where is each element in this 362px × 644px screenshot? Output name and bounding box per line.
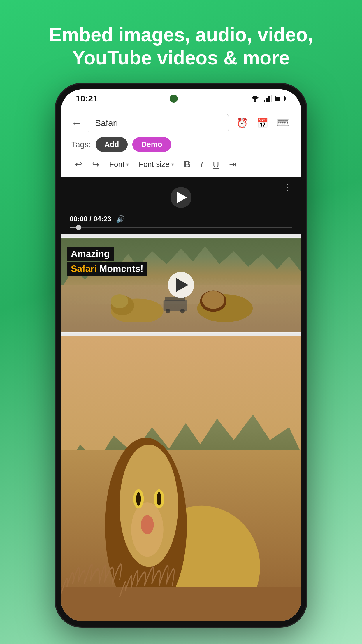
svg-point-24	[136, 492, 141, 506]
lion-main-svg	[61, 336, 301, 621]
svg-rect-1	[264, 100, 265, 102]
play-triangle-icon	[177, 192, 187, 203]
font-size-dropdown[interactable]: Font size ▾	[135, 158, 178, 171]
more-options-button[interactable]: ⋮	[282, 182, 292, 193]
headline: Embed images, audio, video, YouTube vide…	[26, 0, 336, 84]
phone-mockup: 10:21	[56, 84, 306, 626]
add-tag-button[interactable]: Add	[96, 137, 128, 152]
toolbar-row1: ← ⏰ 📅 ⌨	[71, 114, 291, 132]
svg-rect-27	[61, 587, 301, 622]
status-bar: 10:21	[61, 89, 301, 108]
keyboard-icon[interactable]: ⌨	[275, 116, 291, 131]
video-progress-bar[interactable]	[70, 227, 292, 228]
note-title-input[interactable]	[88, 114, 229, 132]
headline-line2: YouTube videos & more	[72, 47, 290, 69]
battery-icon	[275, 95, 287, 102]
italic-button[interactable]: I	[197, 157, 206, 172]
video-time-display: 00:00 / 04:23	[70, 215, 111, 223]
svg-rect-6	[276, 97, 280, 101]
more-format-button[interactable]: ⇥	[226, 157, 239, 172]
volume-icon[interactable]: 🔊	[116, 215, 125, 223]
demo-tag[interactable]: Demo	[132, 137, 171, 152]
status-icons	[250, 94, 287, 103]
svg-rect-2	[266, 98, 268, 102]
play-area	[70, 183, 292, 212]
headline-line1: Embed images, audio, video,	[49, 24, 313, 46]
audio-player: ⋮ 00:00 / 04:23 🔊	[61, 177, 301, 234]
svg-rect-4	[271, 95, 272, 102]
svg-point-25	[157, 492, 161, 506]
section-divider-1	[61, 234, 301, 237]
tags-row: Tags: Add Demo	[71, 137, 291, 152]
font-dropdown[interactable]: Font ▾	[106, 158, 132, 171]
svg-point-26	[141, 515, 154, 534]
format-row: ↩ ↪ Font ▾ Font size ▾ B I U ⇥	[71, 157, 291, 172]
undo-button[interactable]: ↩	[71, 157, 86, 172]
svg-rect-7	[285, 97, 286, 100]
youtube-section: Amazing Safari Moments!	[61, 237, 301, 333]
youtube-thumbnail[interactable]: Amazing Safari Moments!	[61, 238, 301, 332]
toolbar-icons: ⏰ 📅 ⌨	[235, 116, 291, 131]
youtube-title-line2: Safari Moments!	[67, 262, 147, 276]
calendar-icon[interactable]: 📅	[255, 116, 270, 131]
phone-frame: 10:21	[56, 84, 306, 626]
tags-label: Tags:	[71, 140, 91, 149]
svg-point-0	[254, 101, 256, 102]
back-button[interactable]: ←	[71, 117, 82, 129]
youtube-title-line1: Amazing	[67, 247, 147, 261]
status-time: 10:21	[75, 94, 98, 104]
youtube-play-button[interactable]	[168, 272, 194, 298]
content-area: ⋮ 00:00 / 04:23 🔊	[61, 177, 301, 621]
signal-icon	[264, 95, 272, 102]
lion-photo-section	[61, 336, 301, 621]
play-button[interactable]	[171, 187, 191, 208]
svg-rect-3	[268, 96, 270, 102]
phone-screen: 10:21	[61, 89, 301, 621]
alarm-icon[interactable]: ⏰	[235, 116, 250, 131]
progress-handle[interactable]	[76, 225, 81, 230]
app-toolbar: ← ⏰ 📅 ⌨ Tags: Add Demo ↩	[61, 108, 301, 177]
video-controls: 00:00 / 04:23 🔊	[70, 215, 292, 223]
camera-dot	[170, 94, 178, 103]
redo-button[interactable]: ↪	[89, 157, 103, 172]
lion-photo	[61, 336, 301, 621]
underline-button[interactable]: U	[209, 157, 223, 172]
youtube-play-triangle-icon	[176, 278, 188, 292]
wifi-icon	[250, 94, 260, 103]
youtube-title-bar: Amazing Safari Moments!	[67, 247, 147, 276]
bold-button[interactable]: B	[180, 157, 194, 172]
section-divider-2	[61, 333, 301, 336]
